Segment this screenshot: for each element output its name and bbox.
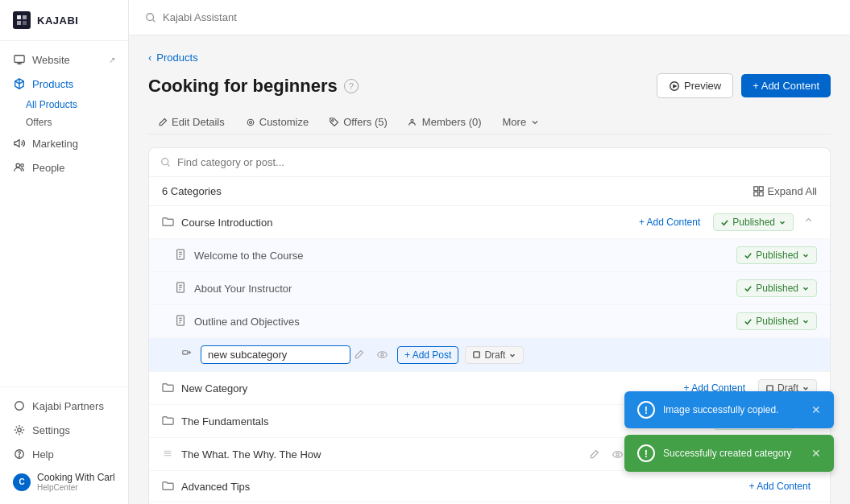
drag-icon	[162, 448, 175, 461]
sidebar-item-kajabi-partners[interactable]: Kajabi Partners	[0, 394, 128, 418]
user-name: Cooking With Carl	[37, 472, 115, 483]
advanced-tips-label: Advanced Tips	[181, 481, 743, 493]
sidebar: KAJABI Website ↗ Products All Products O…	[0, 0, 129, 504]
help-icon[interactable]: ?	[344, 79, 359, 93]
box-icon	[13, 77, 26, 90]
new-category-label: New Category	[181, 382, 678, 395]
svg-point-10	[19, 456, 19, 456]
svg-point-17	[411, 119, 413, 122]
category-search-input[interactable]	[177, 156, 819, 168]
subcategory-name-input[interactable]	[201, 345, 350, 364]
breadcrumb[interactable]: ‹ Products	[148, 52, 831, 64]
folder-icon-new	[162, 382, 175, 395]
topbar	[129, 0, 850, 35]
logo: KAJABI	[0, 0, 128, 41]
page-header: Cooking for beginners ? Preview + Add Co…	[148, 73, 831, 98]
subcategory-status[interactable]: Draft	[465, 346, 524, 364]
svg-rect-2	[17, 21, 21, 25]
user-sub: HelpCenter	[37, 483, 115, 492]
sidebar-item-website[interactable]: Website ↗	[0, 48, 128, 72]
svg-rect-29	[474, 352, 479, 357]
course-intro-collapse[interactable]	[800, 216, 817, 229]
outline-actions: Published	[736, 312, 817, 330]
welcome-status[interactable]: Published	[736, 246, 817, 264]
svg-rect-1	[23, 15, 27, 19]
view-subcategory-icon[interactable]	[374, 348, 391, 361]
add-content-button[interactable]: + Add Content	[741, 74, 831, 97]
svg-point-28	[381, 353, 384, 356]
advanced-tips-add-content[interactable]: + Add Content	[743, 478, 817, 494]
svg-rect-19	[753, 187, 757, 191]
sidebar-item-people[interactable]: People	[0, 155, 128, 180]
svg-point-6	[21, 164, 24, 167]
view-what-why-how-icon[interactable]	[609, 448, 626, 461]
category-search-bar	[149, 148, 830, 177]
toast-text-1: Image successfully copied.	[663, 404, 803, 415]
edit-what-why-how-icon[interactable]	[586, 448, 603, 461]
add-post-button[interactable]: + Add Post	[397, 346, 458, 364]
logo-text: KAJABI	[37, 14, 78, 27]
outline-label: Outline and Objectives	[194, 316, 736, 328]
sidebar-item-products[interactable]: Products	[0, 72, 128, 96]
breadcrumb-arrow: ‹	[148, 52, 151, 64]
outline-status[interactable]: Published	[736, 312, 817, 330]
folder-icon-fund	[162, 415, 175, 428]
svg-point-16	[332, 119, 334, 121]
tab-edit-details[interactable]: Edit Details	[148, 111, 234, 134]
doc-icon	[175, 249, 188, 262]
categories-header: 6 Categories Expand All	[149, 177, 830, 206]
search-input[interactable]	[163, 11, 324, 23]
external-icon: ↗	[109, 56, 115, 64]
sidebar-bottom: Kajabi Partners Settings Help C Cooking …	[0, 386, 128, 504]
svg-rect-3	[23, 21, 27, 25]
sidebar-item-settings[interactable]: Settings	[0, 418, 128, 442]
svg-point-15	[249, 121, 251, 123]
list-item-welcome: Welcome to the Course Published	[149, 239, 830, 272]
people-label: People	[32, 162, 64, 174]
course-intro-status[interactable]: Published	[713, 213, 794, 231]
sidebar-item-all-products[interactable]: All Products	[26, 96, 128, 114]
svg-rect-20	[759, 187, 763, 191]
help-circle-icon	[13, 448, 26, 461]
course-intro-add-content[interactable]: + Add Content	[632, 214, 707, 230]
course-intro-label: Course Introduction	[181, 217, 632, 229]
preview-button[interactable]: Preview	[657, 73, 733, 98]
help-label: Help	[32, 448, 54, 461]
list-item-instructor: About Your Instructor Published	[149, 272, 830, 305]
instructor-actions: Published	[736, 279, 817, 297]
svg-rect-30	[767, 385, 773, 390]
users-icon	[13, 161, 26, 174]
user-profile[interactable]: C Cooking With Carl HelpCenter	[0, 466, 128, 498]
instructor-status[interactable]: Published	[736, 279, 817, 297]
doc-icon-2	[175, 282, 188, 295]
doc-icon-3	[175, 315, 188, 328]
svg-rect-0	[17, 15, 21, 19]
tab-customize[interactable]: Customize	[236, 111, 318, 134]
sidebar-item-marketing[interactable]: Marketing	[0, 131, 128, 155]
svg-point-11	[147, 13, 154, 20]
svg-point-18	[162, 159, 168, 165]
avatar: C	[13, 473, 31, 491]
tab-offers[interactable]: Offers (5)	[320, 111, 397, 134]
expand-all-button[interactable]: Expand All	[753, 185, 817, 197]
course-intro-actions: + Add Content Published	[632, 213, 817, 231]
tab-more[interactable]: More	[493, 111, 550, 134]
toast-close-2[interactable]: ✕	[811, 447, 821, 460]
search-icon	[145, 12, 156, 23]
svg-rect-4	[15, 56, 24, 63]
what-why-how-label: The What. The Why. The How	[181, 448, 586, 461]
edit-subcategory-icon[interactable]	[350, 348, 367, 361]
category-row-advanced-tips: Advanced Tips + Add Content	[149, 471, 830, 502]
sub-nav: Edit Details Customize Offers (5) Member…	[148, 111, 831, 134]
sidebar-item-help[interactable]: Help	[0, 442, 128, 466]
tab-members[interactable]: Members (0)	[399, 111, 491, 134]
partners-icon	[13, 399, 26, 412]
user-details: Cooking With Carl HelpCenter	[37, 472, 115, 492]
toast-container: ! Image successfully copied. ✕ ! Success…	[624, 391, 834, 472]
svg-point-27	[378, 352, 387, 357]
sidebar-item-offers[interactable]: Offers	[26, 114, 128, 131]
toast-icon-green: !	[637, 444, 655, 462]
toast-close-1[interactable]: ✕	[811, 403, 821, 416]
instructor-label: About Your Instructor	[194, 283, 736, 295]
fundamentals-label: The Fundamentals	[181, 415, 632, 428]
